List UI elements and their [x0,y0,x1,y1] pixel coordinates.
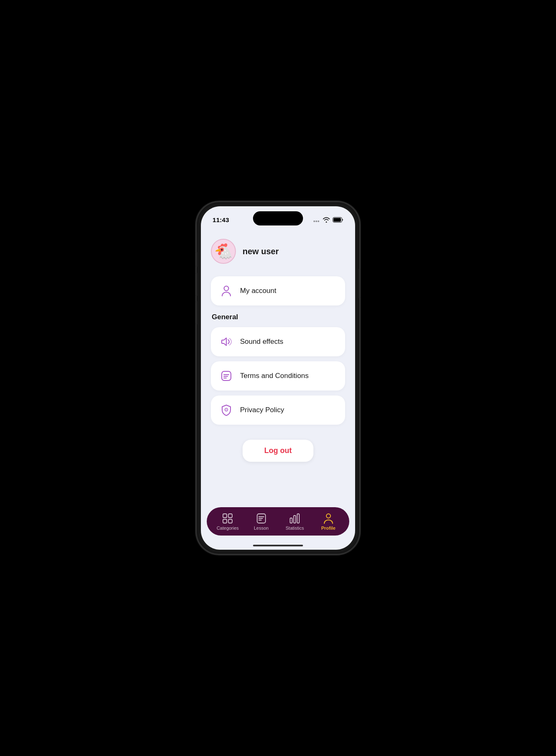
phone-screen: 11:43 [201,206,355,550]
svg-rect-13 [228,514,232,518]
nav-item-lesson[interactable]: Lesson [245,513,278,531]
general-section-heading: General [211,313,345,321]
home-indicator [201,541,355,550]
main-content: 🐔 new user My account General [201,227,355,507]
my-account-label: My account [240,287,276,295]
svg-point-0 [313,220,315,222]
nav-item-categories[interactable]: Categories [211,513,245,531]
bottom-nav: Categories Lesson [207,507,349,536]
svg-rect-14 [223,519,227,523]
nav-item-statistics[interactable]: Statistics [278,513,312,531]
username: new user [243,247,279,256]
logout-container: Log out [211,440,345,462]
sound-effects-card[interactable]: Sound effects [211,327,345,356]
status-icons [313,217,343,223]
nav-label-statistics: Statistics [286,526,304,531]
categories-icon [222,513,233,524]
svg-rect-15 [228,519,232,523]
privacy-policy-card[interactable]: Privacy Policy [211,396,345,425]
avatar: 🐔 [211,239,236,264]
shield-icon [220,404,233,416]
nav-item-profile[interactable]: Profile [312,513,346,531]
dynamic-island [253,211,303,225]
svg-rect-22 [297,514,299,523]
svg-rect-21 [294,516,296,523]
profile-nav-icon [323,513,334,524]
svg-point-2 [318,220,319,222]
mute-button [195,252,197,267]
person-icon [220,285,233,297]
privacy-policy-label: Privacy Policy [240,406,284,414]
power-button [359,269,361,298]
svg-rect-4 [333,218,341,222]
volume-down-button [195,301,197,324]
svg-rect-20 [290,518,292,523]
volume-up-button [195,273,197,296]
logout-button[interactable]: Log out [243,440,313,462]
terms-conditions-label: Terms and Conditions [240,372,308,380]
sound-effects-label: Sound effects [240,338,283,346]
nav-label-categories: Categories [217,526,239,531]
nav-label-lesson: Lesson [254,526,268,531]
svg-point-11 [226,409,227,410]
wifi-icon [323,217,330,223]
home-bar [253,545,303,546]
nav-label-profile: Profile [321,526,336,531]
svg-point-5 [224,286,229,291]
svg-point-23 [326,514,331,518]
signal-icon [313,217,320,222]
terms-conditions-card[interactable]: Terms and Conditions [211,361,345,391]
user-header: 🐔 new user [211,235,345,264]
my-account-card[interactable]: My account [211,276,345,305]
volume-icon [220,335,233,348]
document-icon [220,370,233,382]
svg-rect-12 [223,514,227,518]
statistics-icon [289,513,300,524]
svg-point-1 [316,220,317,222]
battery-icon [333,217,343,223]
status-time: 11:43 [213,216,229,223]
lesson-icon [256,513,267,524]
phone-frame: 11:43 [197,202,359,554]
avatar-emoji: 🐔 [214,244,233,259]
